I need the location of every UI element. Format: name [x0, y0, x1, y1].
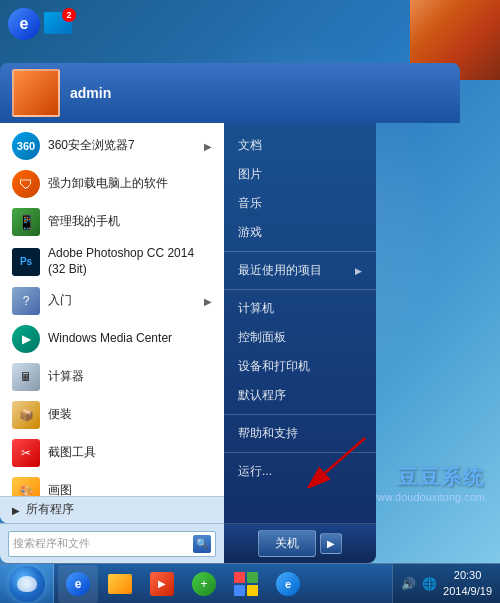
- menu-item-360browser[interactable]: 360 360安全浏览器7 ▶: [0, 127, 224, 165]
- right-menu-default-programs[interactable]: 默认程序: [224, 381, 376, 410]
- menu-item-calculator-label: 计算器: [48, 369, 212, 385]
- right-menu-default-programs-label: 默认程序: [238, 387, 286, 404]
- system-time[interactable]: 20:30 2014/9/19: [443, 568, 492, 599]
- menu-item-intro-label: 入门: [48, 293, 196, 309]
- intro-icon: ?: [12, 287, 40, 315]
- start-menu: admin 360 360安全浏览器7 ▶ 🛡 强力卸载电脑上: [0, 63, 460, 563]
- right-divider-3: [224, 414, 376, 415]
- submenu-arrow: ▶: [204, 141, 212, 152]
- right-menu-run-label: 运行...: [238, 463, 272, 480]
- search-icon: 🔍: [196, 538, 208, 549]
- tray-icon-1: 🔊: [401, 577, 416, 591]
- right-menu-control-panel[interactable]: 控制面板: [224, 323, 376, 352]
- calc-icon: 🖩: [12, 363, 40, 391]
- menu-item-photoshop[interactable]: Ps Adobe Photoshop CC 2014 (32 Bit): [0, 241, 224, 282]
- search-button[interactable]: 🔍: [193, 535, 211, 553]
- shutdown-options-button[interactable]: ▶: [320, 533, 342, 554]
- phone-icon: 📱: [12, 208, 40, 236]
- menu-item-strong-uninstall[interactable]: 🛡 强力卸载电脑上的软件: [0, 165, 224, 203]
- search-area: 搜索程序和文件 🔍: [0, 523, 224, 563]
- menu-items-list: 360 360安全浏览器7 ▶ 🛡 强力卸载电脑上的软件 📱: [0, 123, 224, 523]
- menu-item-my-phone[interactable]: 📱 管理我的手机: [0, 203, 224, 241]
- windows-logo: [17, 576, 37, 592]
- right-menu-games-label: 游戏: [238, 224, 262, 241]
- right-menu-music[interactable]: 音乐: [224, 189, 376, 218]
- menu-item-wmc-label: Windows Media Center: [48, 331, 212, 347]
- search-placeholder: 搜索程序和文件: [13, 536, 193, 551]
- right-menu-control-panel-label: 控制面板: [238, 329, 286, 346]
- right-menu-devices[interactable]: 设备和打印机: [224, 352, 376, 381]
- menu-item-setup[interactable]: 📦 便装: [0, 396, 224, 434]
- menu-item-strong-uninstall-label: 强力卸载电脑上的软件: [48, 176, 212, 192]
- all-programs-label: 所有程序: [26, 502, 212, 518]
- recent-arrow: ▶: [355, 266, 362, 276]
- right-menu-pictures-label: 图片: [238, 166, 262, 183]
- search-box[interactable]: 搜索程序和文件 🔍: [8, 531, 216, 557]
- taskbar-media-icon[interactable]: ▶: [142, 565, 182, 603]
- taskbar-pinned-icons: e ▶ +: [54, 564, 312, 603]
- right-menu-computer[interactable]: 计算机: [224, 294, 376, 323]
- right-menu-music-label: 音乐: [238, 195, 262, 212]
- start-orb: [9, 566, 45, 602]
- strong-uninstall-icon: 🛡: [12, 170, 40, 198]
- setup-icon: 📦: [12, 401, 40, 429]
- right-divider-1: [224, 251, 376, 252]
- right-menu-documents[interactable]: 文档: [224, 131, 376, 160]
- start-button[interactable]: [0, 564, 54, 604]
- right-menu-pictures[interactable]: 图片: [224, 160, 376, 189]
- 360-icon: 360: [12, 132, 40, 160]
- all-programs-arrow: ▶: [12, 505, 20, 516]
- taskbar-folder-icon[interactable]: [100, 565, 140, 603]
- snip-icon: ✂: [12, 439, 40, 467]
- tray-icon-2: 🌐: [422, 577, 437, 591]
- start-menu-header: admin: [0, 63, 460, 123]
- menu-item-snip[interactable]: ✂ 截图工具: [0, 434, 224, 472]
- right-menu-documents-label: 文档: [238, 137, 262, 154]
- menu-item-wmc[interactable]: ▶ Windows Media Center: [0, 320, 224, 358]
- user-avatar: [12, 69, 60, 117]
- svg-line-1: [325, 438, 365, 473]
- ps-icon: Ps: [12, 248, 40, 276]
- right-menu-computer-label: 计算机: [238, 300, 274, 317]
- desktop: e 2 豆豆系统 www.doudouxitong.com admin: [0, 0, 500, 603]
- submenu-arrow-intro: ▶: [204, 296, 212, 307]
- right-menu-recent[interactable]: 最近使用的项目 ▶: [224, 256, 376, 285]
- menu-item-calculator[interactable]: 🖩 计算器: [0, 358, 224, 396]
- taskbar: e ▶ +: [0, 563, 500, 603]
- right-menu-devices-label: 设备和打印机: [238, 358, 310, 375]
- shutdown-button[interactable]: 关机: [258, 530, 316, 557]
- wmc-icon: ▶: [12, 325, 40, 353]
- menu-item-intro[interactable]: ? 入门 ▶: [0, 282, 224, 320]
- taskbar-pinned-ie[interactable]: e: [8, 8, 40, 40]
- username: admin: [70, 85, 111, 101]
- desktop-icon-360-folder[interactable]: 2: [44, 8, 76, 40]
- taskbar-grid-icon[interactable]: [226, 565, 266, 603]
- start-menu-left-panel: 360 360安全浏览器7 ▶ 🛡 强力卸载电脑上的软件 📱: [0, 123, 224, 523]
- date-display: 2014/9/19: [443, 584, 492, 599]
- menu-item-setup-label: 便装: [48, 407, 212, 423]
- menu-item-my-phone-label: 管理我的手机: [48, 214, 212, 230]
- right-menu-recent-label: 最近使用的项目: [238, 262, 322, 279]
- taskbar-ie-icon[interactable]: e: [58, 565, 98, 603]
- all-programs-item[interactable]: ▶ 所有程序: [0, 496, 224, 523]
- run-arrow: [295, 428, 375, 491]
- menu-item-360browser-label: 360安全浏览器7: [48, 138, 196, 154]
- menu-item-photoshop-label: Adobe Photoshop CC 2014 (32 Bit): [48, 246, 212, 277]
- taskbar-ie2-icon[interactable]: e: [268, 565, 308, 603]
- system-tray: 🔊 🌐 20:30 2014/9/19: [392, 564, 500, 604]
- taskbar-green-icon[interactable]: +: [184, 565, 224, 603]
- right-menu-help-label: 帮助和支持: [238, 425, 298, 442]
- menu-item-snip-label: 截图工具: [48, 445, 212, 461]
- time-display: 20:30: [443, 568, 492, 583]
- right-divider-2: [224, 289, 376, 290]
- right-menu-games[interactable]: 游戏: [224, 218, 376, 247]
- shutdown-area: 关机 ▶: [224, 523, 376, 563]
